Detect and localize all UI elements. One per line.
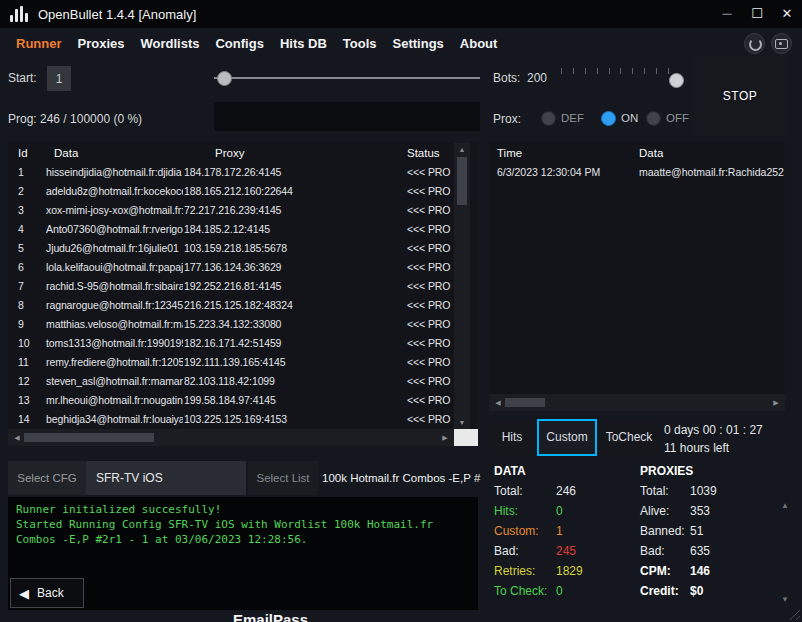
timer-elapsed: 0 days 00 : 01 : 27 <box>664 423 763 437</box>
scroll-up-icon[interactable]: ▲ <box>454 146 470 153</box>
start-label: Start: <box>8 71 37 85</box>
cell-data: maatte@hotmail.fr:Rachida252 <box>631 163 785 182</box>
menu-item-wordlists[interactable]: Wordlists <box>140 36 199 51</box>
cell-id: 4 <box>8 220 44 239</box>
proxy-off-label[interactable]: OFF <box>666 112 689 124</box>
maximize-icon[interactable]: ☐ <box>742 0 772 28</box>
scroll-left-icon[interactable]: ◀ <box>10 429 24 446</box>
cell-proxy: 182.16.171.42:51459 <box>183 334 399 353</box>
proxy-off-radio[interactable] <box>646 111 661 126</box>
close-icon[interactable]: ✕ <box>772 0 802 28</box>
stat-credit: Credit:$0 <box>640 581 790 601</box>
camera-icon[interactable] <box>771 33 792 54</box>
menu-item-tools[interactable]: Tools <box>343 36 377 51</box>
table-row[interactable]: 1 hisseindjidia@hotmail.fr:djidia 184.17… <box>8 163 454 182</box>
hits-grid-rows: 6/3/2023 12:30:04 PM maatte@hotmail.fr:R… <box>489 163 785 182</box>
cell-proxy: 15.223.34.132:33080 <box>183 315 399 334</box>
stop-button[interactable]: STOP <box>694 57 786 136</box>
column-header-id[interactable]: Id <box>8 143 44 163</box>
column-header-time[interactable]: Time <box>489 143 631 163</box>
bots-slider-thumb[interactable] <box>669 73 684 88</box>
proxy-on-radio[interactable] <box>601 111 616 126</box>
table-row[interactable]: 10 toms1313@hotmail.fr:19901991 182.16.1… <box>8 334 454 353</box>
cell-data: adeldu8z@hotmail.fr:kocekoce <box>44 182 183 201</box>
tab-hits[interactable]: Hits <box>489 420 535 455</box>
cell-id: 12 <box>8 372 44 391</box>
results-horizontal-scrollbar[interactable]: ◀ ▶ <box>8 429 454 446</box>
scroll-right-icon[interactable]: ▶ <box>769 394 783 411</box>
table-row[interactable]: 11 remy.frediere@hotmail.fr:120501rF 192… <box>8 353 454 372</box>
menu-item-about[interactable]: About <box>460 36 498 51</box>
config-name-field[interactable]: SFR-TV iOS <box>86 461 246 495</box>
back-button-label: Back <box>37 586 64 600</box>
start-slider[interactable] <box>214 70 480 86</box>
proxy-on-label[interactable]: ON <box>621 112 638 124</box>
table-row[interactable]: 6 lola.kelifaoui@hotmail.fr:papajetaim 1… <box>8 258 454 277</box>
scroll-left-icon[interactable]: ◀ <box>491 394 505 411</box>
table-row[interactable]: 12 steven_asl@hotmail.fr:maman 82.103.11… <box>8 372 454 391</box>
cell-id: 1 <box>8 163 44 182</box>
resize-grip[interactable] <box>787 607 800 620</box>
cell-id: 14 <box>8 410 44 429</box>
select-list-button[interactable]: Select List <box>248 461 318 495</box>
cell-id: 10 <box>8 334 44 353</box>
cell-status: <<< PRO <box>399 410 454 429</box>
cell-proxy: 199.58.184.97:4145 <box>183 391 399 410</box>
menu-item-hitsdb[interactable]: Hits DB <box>280 36 327 51</box>
bots-slider[interactable] <box>557 66 685 88</box>
stat-hits: Hits:0 <box>494 501 644 521</box>
cell-proxy: 103.159.218.185:5678 <box>183 239 399 258</box>
menu-item-runner[interactable]: Runner <box>16 36 62 51</box>
back-button[interactable]: ◀ Back <box>10 578 84 608</box>
start-input[interactable] <box>47 66 71 91</box>
cell-status: <<< PRO <box>399 296 454 315</box>
results-grid: Id Data Proxy Status 1 hisseindjidia@hot… <box>8 143 478 446</box>
table-row[interactable]: 8 ragnarogue@hotmail.fr:123456 216.215.1… <box>8 296 454 315</box>
hits-grid: Time Data 6/3/2023 12:30:04 PM maatte@ho… <box>489 143 785 411</box>
column-header-proxy[interactable]: Proxy <box>183 143 399 163</box>
refresh-icon[interactable] <box>744 33 765 54</box>
column-header-hits-data[interactable]: Data <box>631 143 785 163</box>
scroll-right-icon[interactable]: ▶ <box>438 429 452 446</box>
proxy-mode-label: Prox: <box>493 112 521 126</box>
table-row[interactable]: 4 Anto07360@hotmail.fr:rverigood 184.185… <box>8 220 454 239</box>
minimize-icon[interactable]: ─ <box>712 0 742 28</box>
horizontal-scroll-thumb[interactable] <box>24 433 154 442</box>
column-header-data[interactable]: Data <box>44 143 183 163</box>
select-cfg-button[interactable]: Select CFG <box>8 461 86 495</box>
hits-grid-header: Time Data <box>489 143 785 163</box>
tab-custom[interactable]: Custom <box>537 419 597 456</box>
tab-tocheck[interactable]: ToCheck <box>597 420 661 455</box>
horizontal-scroll-thumb[interactable] <box>505 398 545 407</box>
start-slider-thumb[interactable] <box>217 71 232 86</box>
menu-item-settings[interactable]: Settings <box>393 36 444 51</box>
table-row[interactable]: 14 beghidja34@hotmail.fr:louaiya 103.225… <box>8 410 454 429</box>
progress-bar <box>214 102 480 131</box>
table-row[interactable]: 9 matthias.veloso@hotmail.fr:martine 15.… <box>8 315 454 334</box>
stat-bad: Bad:245 <box>494 541 644 561</box>
cell-proxy: 184.185.2.12:4145 <box>183 220 399 239</box>
stat-proxies-alive: Alive:353 <box>640 501 790 521</box>
table-row[interactable]: 2 adeldu8z@hotmail.fr:kocekoce 188.165.2… <box>8 182 454 201</box>
stat-retries: Retries:1829 <box>494 561 644 581</box>
table-row[interactable]: 3 xox-mimi-josy-xox@hotmail.fr:myl1 72.2… <box>8 201 454 220</box>
table-row[interactable]: 5 Jjudu26@hotmail.fr:16julie01 103.159.2… <box>8 239 454 258</box>
log-line: Started Running Config SFR-TV iOS with W… <box>16 517 460 547</box>
vertical-scroll-thumb[interactable] <box>457 157 467 205</box>
table-row[interactable]: 6/3/2023 12:30:04 PM maatte@hotmail.fr:R… <box>489 163 785 182</box>
cell-data: rachid.S-95@hotmail.fr:sibairachid <box>44 277 183 296</box>
results-vertical-scrollbar[interactable]: ▲ ▼ <box>454 143 470 429</box>
data-stats-title: DATA <box>494 461 644 481</box>
bots-value: 200 <box>527 71 547 85</box>
hits-horizontal-scrollbar[interactable]: ◀ ▶ <box>489 394 785 411</box>
menu-item-proxies[interactable]: Proxies <box>78 36 125 51</box>
scroll-down-icon[interactable]: ▼ <box>454 419 470 426</box>
table-row[interactable]: 13 mr.lheoui@hotmail.fr:nougatine123 199… <box>8 391 454 410</box>
data-stats-panel: DATA Total:246 Hits:0 Custom:1 Bad:245 R… <box>494 461 644 601</box>
cell-proxy: 188.165.212.160:22644 <box>183 182 399 201</box>
cell-status: <<< PRO <box>399 353 454 372</box>
table-row[interactable]: 7 rachid.S-95@hotmail.fr:sibairachid 192… <box>8 277 454 296</box>
proxy-def-label[interactable]: DEF <box>561 112 584 124</box>
proxy-def-radio[interactable] <box>541 111 556 126</box>
menu-item-configs[interactable]: Configs <box>215 36 263 51</box>
